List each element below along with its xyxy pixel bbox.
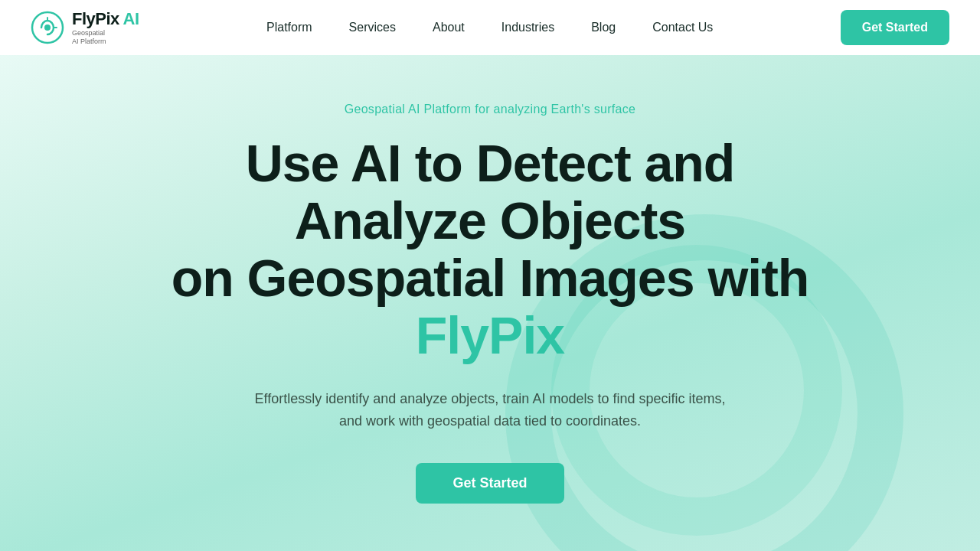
nav-item-services[interactable]: Services <box>331 15 414 41</box>
hero-content: Geospatial AI Platform for analyzing Ear… <box>122 103 858 504</box>
nav-item-about[interactable]: About <box>414 15 483 41</box>
hero-tagline: Geospatial AI Platform for analyzing Ear… <box>153 103 827 116</box>
nav-get-started-button[interactable]: Get Started <box>841 10 949 45</box>
hero-title-line2: on Geospatial Images with FlyPix <box>172 249 809 364</box>
nav-item-industries[interactable]: Industries <box>483 15 573 41</box>
nav-item-blog[interactable]: Blog <box>573 15 634 41</box>
nav-links: Platform Services About Industries Blog … <box>248 15 731 41</box>
svg-point-1 <box>44 24 51 31</box>
hero-section: Geospatial AI Platform for analyzing Ear… <box>0 55 980 551</box>
hero-brand-name: FlyPix <box>416 306 564 364</box>
nav-link-blog[interactable]: Blog <box>573 15 634 41</box>
nav-link-industries[interactable]: Industries <box>483 15 573 41</box>
logo[interactable]: FlyPix AI Geospatial AI Platform <box>31 9 139 46</box>
nav-item-contact[interactable]: Contact Us <box>634 15 731 41</box>
logo-wordmark: FlyPix AI <box>72 9 139 29</box>
navigation: FlyPix AI Geospatial AI Platform Platfor… <box>0 0 980 55</box>
logo-icon <box>31 11 64 44</box>
nav-item-platform[interactable]: Platform <box>248 15 331 41</box>
nav-link-contact[interactable]: Contact Us <box>634 15 731 41</box>
nav-link-about[interactable]: About <box>414 15 483 41</box>
hero-get-started-button[interactable]: Get Started <box>416 463 564 504</box>
hero-description: Effortlessly identify and analyze object… <box>237 388 743 432</box>
nav-link-services[interactable]: Services <box>331 15 414 41</box>
hero-title-line1: Use AI to Detect and Analyze Objects <box>246 134 735 249</box>
logo-subtitle: Geospatial AI Platform <box>72 29 139 46</box>
hero-title: Use AI to Detect and Analyze Objects on … <box>153 135 827 364</box>
nav-link-platform[interactable]: Platform <box>248 15 331 41</box>
